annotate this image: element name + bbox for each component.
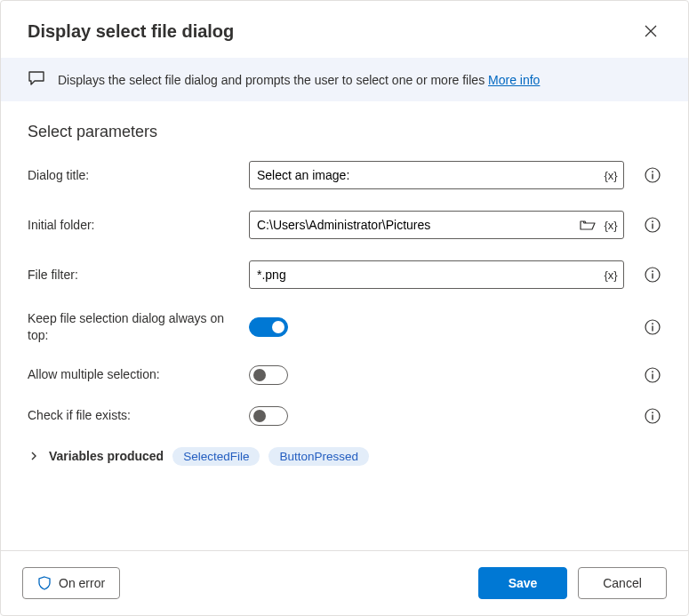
cancel-button[interactable]: Cancel — [578, 567, 667, 599]
variables-label: Variables produced — [49, 449, 164, 463]
input-wrap-file-filter: {x} — [249, 260, 624, 289]
info-icon[interactable] — [644, 216, 661, 234]
svg-point-7 — [652, 270, 653, 272]
field-allow-multiple: Allow multiple selection: — [28, 365, 661, 385]
label-file-filter: File filter: — [28, 267, 236, 284]
svg-rect-8 — [652, 274, 653, 279]
svg-rect-5 — [652, 224, 653, 229]
svg-rect-2 — [652, 174, 653, 180]
section-title: Select parameters — [28, 123, 661, 141]
comment-icon — [28, 70, 45, 89]
info-icon[interactable] — [644, 266, 661, 284]
close-button[interactable] — [637, 17, 665, 45]
svg-point-16 — [652, 412, 653, 413]
parameters-section: Select parameters Dialog title: {x} Init… — [1, 101, 688, 466]
on-error-button[interactable]: On error — [22, 567, 120, 599]
variable-picker-icon[interactable]: {x} — [600, 264, 621, 285]
variable-picker-icon[interactable]: {x} — [600, 164, 621, 186]
field-file-filter: File filter: {x} — [28, 260, 661, 289]
svg-rect-14 — [652, 373, 653, 379]
svg-rect-11 — [652, 325, 653, 331]
variable-chip-buttonpressed[interactable]: ButtonPressed — [268, 447, 369, 466]
dialog-title: Display select file dialog — [28, 21, 234, 42]
banner-text: Displays the select file dialog and prom… — [58, 73, 540, 87]
shield-icon — [37, 576, 52, 590]
svg-point-1 — [652, 171, 653, 172]
dialog-footer: On error Save Cancel — [1, 550, 688, 615]
info-banner: Displays the select file dialog and prom… — [1, 58, 688, 101]
label-always-on-top: Keep file selection dialog always on top… — [28, 310, 236, 344]
toggle-check-exists[interactable] — [249, 406, 288, 426]
field-dialog-title: Dialog title: {x} — [28, 161, 661, 189]
input-initial-folder[interactable] — [250, 218, 577, 232]
variable-chip-selectedfile[interactable]: SelectedFile — [172, 447, 260, 466]
svg-point-13 — [652, 371, 653, 372]
field-check-exists: Check if file exists: — [28, 406, 661, 426]
toggle-allow-multiple[interactable] — [249, 365, 288, 385]
info-icon[interactable] — [644, 366, 661, 384]
info-icon[interactable] — [644, 407, 661, 425]
more-info-link[interactable]: More info — [488, 73, 540, 87]
toggle-always-on-top[interactable] — [249, 317, 288, 337]
input-wrap-initial-folder: {x} — [249, 211, 624, 239]
browse-folder-icon[interactable] — [577, 214, 598, 236]
variables-produced[interactable]: Variables produced SelectedFile ButtonPr… — [28, 447, 661, 466]
input-dialog-title[interactable] — [250, 168, 600, 182]
label-check-exists: Check if file exists: — [28, 407, 236, 424]
info-icon[interactable] — [644, 166, 661, 184]
field-initial-folder: Initial folder: {x} — [28, 211, 661, 239]
info-icon[interactable] — [644, 318, 661, 336]
label-initial-folder: Initial folder: — [28, 217, 236, 234]
dialog-header: Display select file dialog — [1, 1, 688, 58]
field-always-on-top: Keep file selection dialog always on top… — [28, 310, 661, 344]
input-file-filter[interactable] — [250, 268, 600, 282]
svg-rect-17 — [652, 414, 653, 420]
svg-point-10 — [652, 323, 653, 324]
save-button[interactable]: Save — [478, 567, 567, 599]
label-allow-multiple: Allow multiple selection: — [28, 366, 236, 383]
chevron-right-icon — [28, 450, 40, 462]
svg-point-4 — [652, 220, 653, 222]
label-dialog-title: Dialog title: — [28, 167, 236, 184]
close-icon — [645, 25, 657, 37]
footer-actions: Save Cancel — [478, 567, 667, 599]
variable-picker-icon[interactable]: {x} — [600, 214, 621, 236]
input-wrap-dialog-title: {x} — [249, 161, 624, 189]
